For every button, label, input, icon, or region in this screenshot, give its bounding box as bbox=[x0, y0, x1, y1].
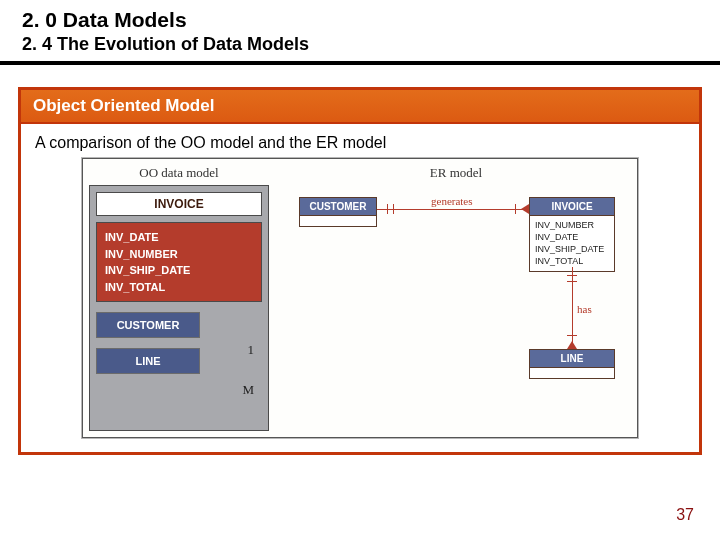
er-line-title: LINE bbox=[530, 350, 614, 368]
er-crowfoot-icon bbox=[567, 341, 577, 349]
slide-subtitle: 2. 4 The Evolution of Data Models bbox=[0, 34, 720, 61]
comparison-caption: A comparison of the OO model and the ER … bbox=[35, 134, 685, 152]
er-attr: INV_DATE bbox=[535, 231, 609, 243]
er-rel-has: has bbox=[577, 303, 592, 315]
er-rel-line bbox=[572, 267, 573, 349]
oo-attr: INV_DATE bbox=[105, 229, 253, 246]
er-cardinality-tick bbox=[515, 204, 516, 214]
er-line-body bbox=[530, 368, 614, 378]
er-label: ER model bbox=[430, 165, 482, 181]
er-panel: ER model CUSTOMER INVOICE INV_NUMBER INV… bbox=[275, 159, 637, 437]
er-cardinality-tick bbox=[387, 204, 388, 214]
comparison-diagram: OO data model INVOICE INV_DATE INV_NUMBE… bbox=[82, 158, 638, 438]
er-cardinality-tick bbox=[567, 281, 577, 282]
oo-multiplicity-many: M bbox=[242, 382, 254, 398]
divider bbox=[0, 61, 720, 65]
er-customer-title: CUSTOMER bbox=[300, 198, 376, 216]
er-attr: INV_NUMBER bbox=[535, 219, 609, 231]
oo-label: OO data model bbox=[89, 165, 269, 181]
er-rel-line bbox=[377, 209, 529, 210]
page-number: 37 bbox=[676, 506, 694, 524]
oo-attr-list: INV_DATE INV_NUMBER INV_SHIP_DATE INV_TO… bbox=[96, 222, 262, 302]
er-attr: INV_TOTAL bbox=[535, 255, 609, 267]
oo-attr: INV_SHIP_DATE bbox=[105, 262, 253, 279]
er-attr: INV_SHIP_DATE bbox=[535, 243, 609, 255]
oo-attr: INV_NUMBER bbox=[105, 246, 253, 263]
er-customer-box: CUSTOMER bbox=[299, 197, 377, 227]
oo-customer-box: CUSTOMER bbox=[96, 312, 200, 338]
diagram-container: OO data model INVOICE INV_DATE INV_NUMBE… bbox=[35, 158, 685, 438]
oo-outer-box: INVOICE INV_DATE INV_NUMBER INV_SHIP_DAT… bbox=[89, 185, 269, 431]
er-invoice-attrs: INV_NUMBER INV_DATE INV_SHIP_DATE INV_TO… bbox=[530, 216, 614, 271]
oo-invoice-header: INVOICE bbox=[96, 192, 262, 216]
er-cardinality-tick bbox=[567, 335, 577, 336]
er-crowfoot-icon bbox=[521, 204, 529, 214]
er-invoice-box: INVOICE INV_NUMBER INV_DATE INV_SHIP_DAT… bbox=[529, 197, 615, 272]
er-invoice-title: INVOICE bbox=[530, 198, 614, 216]
er-cardinality-tick bbox=[567, 275, 577, 276]
er-rel-generates: generates bbox=[431, 195, 473, 207]
er-customer-body bbox=[300, 216, 376, 226]
content-card: Object Oriented Model A comparison of th… bbox=[18, 87, 702, 455]
card-body: A comparison of the OO model and the ER … bbox=[21, 124, 699, 452]
er-cardinality-tick bbox=[393, 204, 394, 214]
card-header: Object Oriented Model bbox=[21, 90, 699, 124]
oo-panel: OO data model INVOICE INV_DATE INV_NUMBE… bbox=[83, 159, 275, 437]
oo-line-box: LINE bbox=[96, 348, 200, 374]
oo-attr: INV_TOTAL bbox=[105, 279, 253, 296]
oo-multiplicity-one: 1 bbox=[248, 342, 255, 358]
er-line-box: LINE bbox=[529, 349, 615, 379]
slide-title: 2. 0 Data Models bbox=[0, 0, 720, 34]
